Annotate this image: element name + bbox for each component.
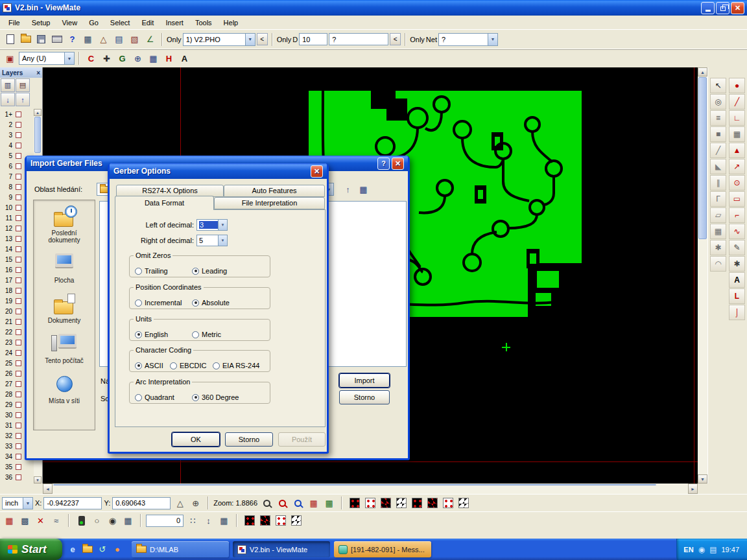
- dcode-field[interactable]: 10: [299, 33, 327, 45]
- radio-leading[interactable]: Leading: [192, 267, 227, 275]
- measure-icon[interactable]: △: [96, 32, 111, 47]
- taskbar-item-viewmate[interactable]: V2.bin - ViewMate: [233, 541, 330, 557]
- layer-colors-icon[interactable]: ▤: [16, 78, 30, 92]
- close-button[interactable]: ✕: [731, 2, 744, 14]
- annotation-icon[interactable]: A: [177, 51, 192, 66]
- layer-color-swatch[interactable]: [16, 381, 21, 387]
- right-of-decimal-combo[interactable]: 5▼: [196, 235, 228, 246]
- layer-color-swatch[interactable]: [16, 443, 21, 449]
- language-indicator[interactable]: EN: [683, 546, 693, 554]
- layer-color-swatch[interactable]: [16, 474, 21, 480]
- grid-field[interactable]: 0: [146, 515, 184, 527]
- start-button[interactable]: Start: [0, 539, 62, 560]
- anchor-icon[interactable]: ↕: [201, 513, 216, 528]
- layer-row[interactable]: 36: [0, 472, 34, 482]
- draw-arrow-icon[interactable]: ↗: [729, 159, 745, 174]
- scroll-thumb[interactable]: [53, 484, 656, 485]
- restore-button[interactable]: [716, 2, 729, 14]
- center-view-icon[interactable]: C: [84, 51, 99, 66]
- slope-icon[interactable]: ∠: [143, 32, 158, 47]
- gear-icon[interactable]: ✱: [729, 256, 745, 272]
- aperture-pattern-icon[interactable]: [409, 496, 424, 511]
- layer-color-swatch[interactable]: [16, 143, 21, 148]
- place-my-computer[interactable]: Tento počítač: [35, 333, 93, 364]
- layer-color-swatch[interactable]: [16, 215, 21, 221]
- draw-triangle-icon[interactable]: ▲: [729, 143, 745, 158]
- aperture-pattern-icon[interactable]: [394, 496, 409, 511]
- zoom-in-icon[interactable]: [275, 496, 290, 511]
- internet-explorer-icon[interactable]: e: [66, 543, 79, 556]
- dialog-titlebar[interactable]: Gerber Options ✕: [110, 163, 327, 179]
- scroll-thumb[interactable]: [698, 77, 707, 239]
- layer-color-swatch[interactable]: [16, 360, 21, 366]
- new-file-icon[interactable]: [3, 32, 18, 47]
- dot-grid-icon[interactable]: ∷: [185, 513, 200, 528]
- aperture-pattern-icon[interactable]: [440, 496, 455, 511]
- rows-icon[interactable]: ≈: [49, 513, 64, 528]
- layer-color-swatch[interactable]: [16, 184, 21, 190]
- layer-color-swatch[interactable]: [16, 391, 21, 397]
- measure-diagonal-icon[interactable]: △: [172, 496, 187, 511]
- layer-color-swatch[interactable]: [16, 433, 21, 439]
- draw-square-icon[interactable]: ▦: [729, 126, 745, 142]
- layer-color-swatch[interactable]: [16, 402, 21, 408]
- tray-status-icon[interactable]: ◉: [698, 545, 705, 554]
- zoom-icon[interactable]: [259, 496, 274, 511]
- menu-help[interactable]: Help: [218, 17, 244, 29]
- prev-layer-button[interactable]: <: [257, 33, 268, 45]
- pencil-icon[interactable]: ✎: [729, 240, 745, 255]
- draw-rect-icon[interactable]: ▭: [729, 191, 745, 207]
- scroll-down-icon[interactable]: ▼: [698, 474, 707, 484]
- draw-circle-icon[interactable]: ⊙: [729, 175, 745, 191]
- scroll-down-icon[interactable]: ▼: [34, 476, 42, 484]
- layer-color-swatch[interactable]: [16, 174, 21, 180]
- radio-ebcdic[interactable]: EBCDIC: [170, 362, 207, 369]
- filled-square-icon[interactable]: ■: [710, 126, 726, 142]
- open-file-icon[interactable]: [18, 32, 33, 47]
- layer-row[interactable]: 2: [0, 119, 34, 130]
- import-button[interactable]: Import: [339, 373, 390, 388]
- traffic-light-icon[interactable]: [74, 513, 89, 528]
- move-layer-down-icon[interactable]: ↓: [1, 93, 15, 106]
- draw-line-icon[interactable]: ╱: [729, 94, 745, 110]
- layer-row[interactable]: 1+: [0, 109, 34, 119]
- layer-color-swatch[interactable]: [16, 226, 21, 231]
- views-icon[interactable]: ▦: [356, 182, 371, 197]
- l-marker-icon[interactable]: L: [729, 288, 745, 304]
- aperture-pattern-icon[interactable]: [347, 496, 362, 511]
- close-icon[interactable]: ×: [36, 69, 40, 76]
- snap-circles-icon[interactable]: ◎: [710, 94, 726, 110]
- aperture-pattern-icon[interactable]: [362, 496, 377, 511]
- arc-icon[interactable]: ◠: [710, 256, 726, 272]
- menu-insert[interactable]: Insert: [160, 17, 189, 29]
- layer-color-swatch[interactable]: [16, 340, 21, 345]
- browser-shortcut-icon[interactable]: ●: [111, 543, 124, 556]
- aperture-pattern-icon[interactable]: [242, 513, 257, 528]
- menu-edit[interactable]: Edit: [136, 17, 160, 29]
- layer-display-icon[interactable]: ▥: [1, 78, 15, 92]
- origin-icon[interactable]: ⊕: [130, 51, 145, 66]
- up-folder-icon[interactable]: ↑: [340, 182, 355, 197]
- layer-color-swatch[interactable]: [16, 371, 21, 377]
- layer-row[interactable]: 4: [0, 140, 34, 150]
- aperture-pattern-icon[interactable]: [425, 496, 440, 511]
- layer-color-swatch[interactable]: [16, 236, 21, 242]
- layer-color-swatch[interactable]: [16, 464, 21, 470]
- diagonal-icon[interactable]: ╱: [710, 143, 726, 158]
- layer-color-swatch[interactable]: [16, 267, 21, 273]
- menu-setup[interactable]: Setup: [26, 17, 56, 29]
- goto-icon[interactable]: G: [115, 51, 130, 66]
- star-icon[interactable]: ✱: [710, 240, 726, 255]
- tab-file-interpretation[interactable]: File Interpretation: [214, 197, 325, 209]
- tab-auto-features[interactable]: Auto Features: [224, 185, 325, 197]
- aperture-type-combo[interactable]: Any (U)▼: [19, 52, 75, 65]
- film-grid-icon[interactable]: ▦: [2, 513, 17, 528]
- folder-shortcut-icon[interactable]: [81, 543, 94, 556]
- layer-color-swatch[interactable]: [16, 111, 21, 117]
- table-icon[interactable]: ▦: [217, 513, 231, 528]
- layer-color-swatch[interactable]: [16, 329, 21, 335]
- menu-tools[interactable]: Tools: [189, 17, 218, 29]
- taskbar-item-messenger[interactable]: [191-482-091] - Mess...: [334, 541, 431, 557]
- scroll-thumb[interactable]: [34, 117, 41, 153]
- parallel-lines-icon[interactable]: ∥: [710, 175, 726, 191]
